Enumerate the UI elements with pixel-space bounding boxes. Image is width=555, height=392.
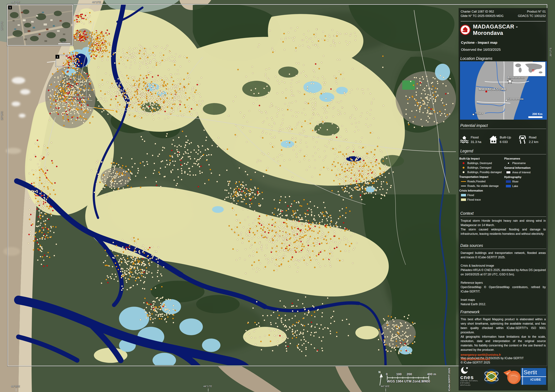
capital-label: Antananarivo bbox=[507, 76, 525, 79]
charter-call: Charter Call 1087 ID 952 bbox=[461, 9, 504, 14]
stat-value: 31.3 ha bbox=[471, 140, 481, 144]
legend-symbol bbox=[506, 180, 511, 183]
scale-bar bbox=[387, 376, 429, 380]
logo-row: cnes CENTRE NATIONAL D'ÉTUDES SPATIALES bbox=[460, 363, 546, 390]
area-of-interest-box: 1 bbox=[56, 55, 73, 67]
data-sources-paragraph: Inset maps Natural Earth 2012. bbox=[461, 298, 546, 306]
city-label-toliara: Toliara bbox=[475, 112, 483, 115]
observed-date: Observed the 16/03/2025 bbox=[461, 48, 501, 52]
coordinate-tick bbox=[97, 3, 97, 5]
country-label: MADAGASCAR bbox=[479, 87, 507, 91]
data-sources-text: Damaged buildings and transportation net… bbox=[461, 251, 546, 310]
coordinate-label: 44°16'E bbox=[11, 0, 20, 3]
coordinate-label: 44°16'E bbox=[11, 385, 20, 388]
legend-symbol bbox=[461, 171, 466, 173]
legend-item: Flood trace bbox=[459, 197, 503, 202]
stat-label: Built-Up bbox=[500, 135, 511, 140]
scale-bar-block: N 0100200400 m WGS 1984 UTM Zone 38S 1:6… bbox=[375, 370, 456, 388]
data-sources-paragraph: Reference layers OpenStreetMap © OpenStr… bbox=[461, 281, 546, 294]
charter-activation-icon bbox=[460, 24, 471, 35]
international-charter-logo bbox=[483, 368, 500, 385]
coordinate-label: 44°17'E bbox=[203, 385, 212, 388]
sertit-globe-icon bbox=[503, 368, 521, 385]
legend-header: Hydrography bbox=[504, 175, 548, 179]
legend-item: Buildings, Destroyed bbox=[459, 161, 503, 165]
cnes-crescent-icon bbox=[460, 367, 469, 374]
diagram-scale-bar: 200 Km bbox=[528, 112, 542, 118]
gdacs-id: GDACS TC 1001152 bbox=[518, 14, 546, 18]
legend-header: Built-Up Impact bbox=[459, 156, 503, 161]
contact-link[interactable]: emergency-sertit@unistra.fr bbox=[461, 353, 546, 357]
legend-item: Flood bbox=[459, 193, 503, 197]
world-inset-map bbox=[513, 62, 545, 76]
road-icon bbox=[518, 135, 527, 144]
vertical-copyright: © ICube-SERTIT 2025 bbox=[448, 368, 451, 392]
context-paragraph: Tropical storm Honde brought heavy rain … bbox=[461, 218, 546, 236]
detail-inset-1: 1 100 m bbox=[7, 5, 73, 46]
scale-ratio: 1:6 400 bbox=[419, 379, 430, 383]
city-dot-fianarantsoa bbox=[505, 99, 507, 101]
svg-text:N: N bbox=[379, 370, 380, 374]
coordinate-tick bbox=[16, 3, 16, 5]
inset-badge: 1 bbox=[8, 6, 12, 9]
inset-satellite-image bbox=[7, 5, 73, 45]
legend-header: Placenames bbox=[504, 156, 548, 161]
legend-symbol bbox=[461, 194, 466, 196]
framework-paragraph: This best effort Rapid Mapping product i… bbox=[461, 317, 546, 352]
coordinate-label: 44°17'E bbox=[92, 0, 101, 3]
section-location-diagrams: Location Diagrams bbox=[460, 56, 546, 62]
section-legend: Legend bbox=[460, 149, 546, 154]
coordinate-tick bbox=[16, 388, 16, 392]
inset-scale-bar: 100 m bbox=[58, 41, 70, 44]
stat-value: 6 033 bbox=[500, 140, 511, 144]
legend-symbol bbox=[461, 198, 466, 201]
map-marginalia-panel: Charter Call 1087 ID 952 Glide N° TC-202… bbox=[459, 8, 548, 391]
impact-statistics: Flood31.3 haBuilt-Up6 033Road2.2 km bbox=[460, 131, 547, 149]
coordinate-label: 20°17'S bbox=[549, 48, 552, 56]
city-label-fianarantsoa: Fianarantsoa bbox=[508, 97, 523, 100]
impact-stat-road: Road2.2 km bbox=[518, 131, 547, 149]
built-up-icon bbox=[489, 135, 498, 144]
legend-header: Crisis Information bbox=[459, 188, 503, 193]
legend-symbol bbox=[506, 171, 511, 174]
legend-symbol bbox=[461, 167, 466, 169]
scale-tick-label: 400 m bbox=[427, 372, 436, 376]
glide-number: Glide N° TC-2025-000025-MDG bbox=[461, 14, 504, 18]
section-framework: Framework bbox=[460, 310, 546, 315]
legend-header: General Information bbox=[504, 165, 548, 170]
legend-header: Transportation Impact bbox=[459, 174, 503, 179]
impact-stat-built-up: Built-Up6 033 bbox=[489, 131, 518, 149]
north-arrow: N bbox=[379, 370, 383, 385]
legend-block: Built-Up ImpactBuildings, DestroyedBuild… bbox=[459, 156, 548, 202]
scale-tick-label: 100 bbox=[396, 372, 402, 376]
scale-tick-label: 200 bbox=[407, 372, 412, 376]
contact-link[interactable]: http://sertit.unistra.fr bbox=[461, 357, 546, 362]
map-title: MADAGASCAR - Morondava bbox=[473, 23, 547, 36]
legend-symbol bbox=[461, 162, 466, 164]
section-data-sources: Data sources bbox=[460, 243, 546, 249]
cnes-logo: cnes CENTRE NATIONAL D'ÉTUDES SPATIALES bbox=[460, 367, 480, 386]
product-number: Product N° 01 bbox=[518, 9, 546, 14]
coordinate-label: 20°17'S bbox=[0, 22, 3, 30]
impact-stat-flood: Flood31.3 ha bbox=[460, 131, 489, 149]
data-sources-paragraph: Crisis & backround image Pléiades-HR1A ©… bbox=[461, 263, 546, 276]
flood-icon bbox=[460, 135, 469, 144]
legend-item: Area of Interest bbox=[504, 170, 548, 175]
product-header: Charter Call 1087 ID 952 Glide N° TC-202… bbox=[461, 9, 546, 22]
legend-symbol bbox=[506, 163, 511, 164]
stat-label: Road bbox=[529, 135, 538, 140]
legend-item: River bbox=[504, 179, 548, 184]
coordinate-tick bbox=[208, 388, 208, 392]
legend-item: Lake bbox=[504, 184, 548, 188]
section-potential-impact: Potential impact bbox=[460, 123, 546, 129]
location-diagram: Antananarivo MADAGASCAR Fianarantsoa Tol… bbox=[460, 61, 547, 120]
sertit-logo: Sertit iCUBE bbox=[503, 368, 546, 385]
map-sheet: Morondava 1 bbox=[0, 0, 555, 392]
context-text: Tropical storm Honde brought heavy rain … bbox=[461, 218, 546, 240]
legend-item: Roads, No visible damage bbox=[459, 184, 503, 188]
data-sources-paragraph: Damaged buildings and transportation net… bbox=[461, 251, 546, 259]
legend-item: Buildings, Possibly damaged bbox=[459, 170, 503, 174]
coordinate-label: 20°18'S bbox=[0, 111, 3, 120]
legend-symbol bbox=[461, 181, 466, 182]
legend-item: Placename bbox=[504, 161, 548, 165]
